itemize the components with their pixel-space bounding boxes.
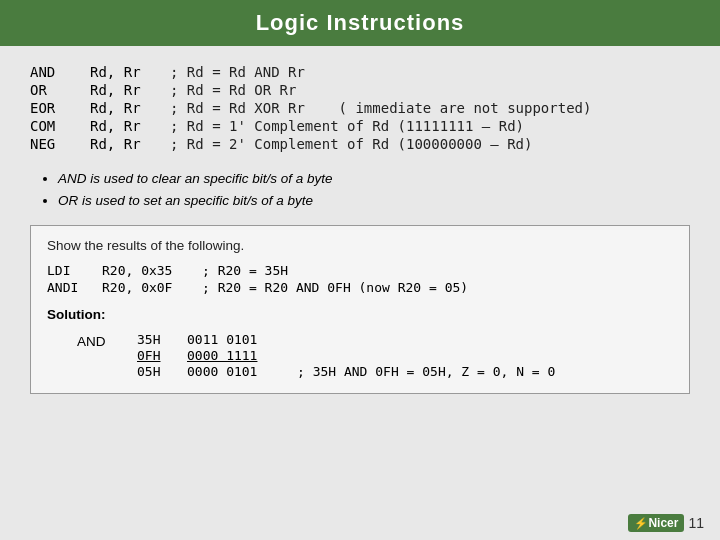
op-eor: EOR — [30, 100, 90, 116]
operand-neg: Rd, Rr — [90, 136, 170, 152]
nicer-logo: ⚡Nicer — [628, 514, 684, 532]
result-grid: 35H 0011 0101 0FH 0000 1111 05H 0000 010… — [137, 332, 555, 379]
code-comment-ldi: ; R20 = 35H — [202, 263, 673, 278]
code-comment-andi: ; R20 = R20 AND 0FH (now R20 = 05) — [202, 280, 673, 295]
note-05h: ; 35H AND 0FH = 05H, Z = 0, N = 0 — [297, 364, 555, 379]
page-title: Logic Instructions — [256, 10, 465, 35]
comment-or: ; Rd = Rd OR Rr — [170, 82, 690, 98]
op-or: OR — [30, 82, 90, 98]
code-op-ldi: LDI — [47, 263, 102, 278]
op-com: COM — [30, 118, 90, 134]
code-operand-andi: R20, 0x0F — [102, 280, 202, 295]
instructions-table: AND Rd, Rr ; Rd = Rd AND Rr OR Rd, Rr ; … — [30, 64, 690, 152]
hex-0fh: 0FH — [137, 348, 187, 363]
page-header: Logic Instructions — [0, 0, 720, 46]
op-and: AND — [30, 64, 90, 80]
comment-eor: ; Rd = Rd XOR Rr ( immediate are not sup… — [170, 100, 690, 116]
code-section: LDI R20, 0x35 ; R20 = 35H ANDI R20, 0x0F… — [47, 263, 673, 295]
bin-05h: 0000 0101 — [187, 364, 297, 379]
solution-label: Solution: — [47, 307, 673, 322]
bullet-2: OR is used to set an specific bit/s of a… — [58, 190, 690, 212]
main-content: AND Rd, Rr ; Rd = Rd AND Rr OR Rd, Rr ; … — [0, 46, 720, 408]
and-table: 35H 0011 0101 0FH 0000 1111 05H 0000 010… — [137, 332, 555, 379]
solution-section: AND 35H 0011 0101 0FH 0000 1111 05H 0000… — [47, 332, 673, 379]
op-neg: NEG — [30, 136, 90, 152]
note-35h — [297, 332, 555, 347]
comment-and: ; Rd = Rd AND Rr — [170, 64, 690, 80]
bullet-1: AND is used to clear an specific bit/s o… — [58, 168, 690, 190]
and-keyword: AND — [77, 334, 106, 349]
example-box: Show the results of the following. LDI R… — [30, 225, 690, 394]
page-number: 11 — [688, 515, 704, 531]
code-op-andi: ANDI — [47, 280, 102, 295]
note-0fh — [297, 348, 555, 363]
operand-or: Rd, Rr — [90, 82, 170, 98]
hex-35h: 35H — [137, 332, 187, 347]
operand-and: Rd, Rr — [90, 64, 170, 80]
comment-neg: ; Rd = 2' Complement of Rd (100000000 – … — [170, 136, 690, 152]
bin-35h: 0011 0101 — [187, 332, 297, 347]
bullet-section: AND is used to clear an specific bit/s o… — [30, 168, 690, 211]
operand-eor: Rd, Rr — [90, 100, 170, 116]
comment-com: ; Rd = 1' Complement of Rd (11111111 – R… — [170, 118, 690, 134]
code-operand-ldi: R20, 0x35 — [102, 263, 202, 278]
box-title: Show the results of the following. — [47, 238, 673, 253]
and-label-area: AND — [47, 332, 137, 379]
hex-05h: 05H — [137, 364, 187, 379]
operand-com: Rd, Rr — [90, 118, 170, 134]
footer: ⚡Nicer 11 — [628, 514, 704, 532]
bin-0fh: 0000 1111 — [187, 348, 297, 363]
